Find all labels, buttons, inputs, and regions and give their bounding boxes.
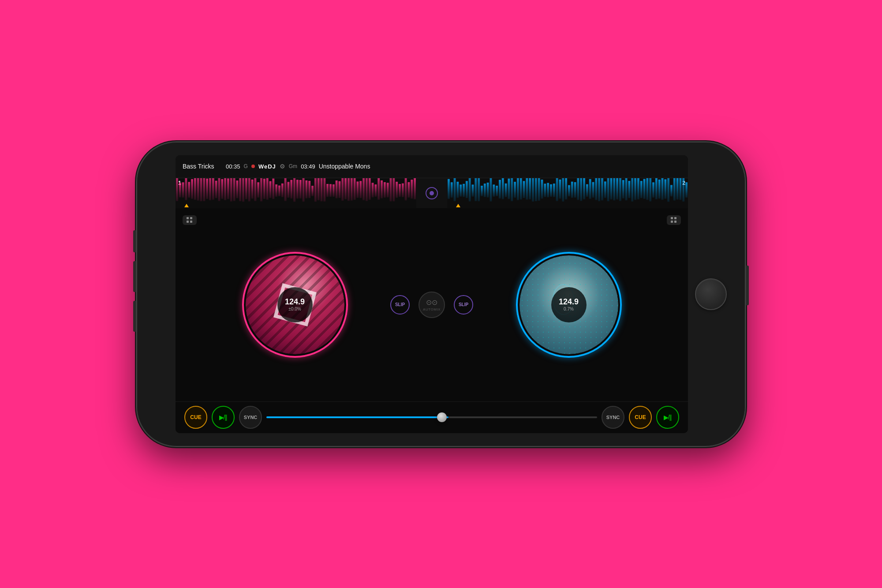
grid-btn-right[interactable] bbox=[667, 215, 681, 225]
deck1-time: 00:35 bbox=[226, 163, 240, 170]
screen: Bass Tricks 00:35 G WeDJ ⚙ Gm 03:49 Unst… bbox=[176, 155, 688, 433]
mute-button[interactable] bbox=[133, 230, 136, 252]
automix-icon: ⊙⊙ bbox=[426, 298, 437, 307]
waveform-canvas-left bbox=[176, 178, 416, 208]
recording-dot bbox=[251, 165, 255, 168]
deck-area: 124.9 ±0.0% SLIP ⊙⊙ AUTOMIX bbox=[176, 208, 688, 401]
volume-up-button[interactable] bbox=[133, 261, 136, 292]
header-bar: Bass Tricks 00:35 G WeDJ ⚙ Gm 03:49 Unst… bbox=[176, 155, 688, 178]
deck-center: ⊙⊙ AUTOMIX bbox=[414, 208, 449, 401]
deck2-time: 03:49 bbox=[301, 163, 315, 170]
play-button-right[interactable]: ▶/‖ bbox=[656, 406, 679, 429]
deck-left: 124.9 ±0.0% SLIP bbox=[176, 208, 414, 401]
crossfader-left-fill bbox=[266, 416, 448, 418]
crossfader-knob[interactable] bbox=[437, 412, 447, 422]
phone-wrapper: Bass Tricks 00:35 G WeDJ ⚙ Gm 03:49 Unst… bbox=[137, 85, 745, 504]
cue-marker-right bbox=[456, 204, 460, 207]
grid-icon-right bbox=[671, 217, 677, 223]
automix-button[interactable]: ⊙⊙ AUTOMIX bbox=[419, 292, 445, 318]
waveform-center bbox=[416, 178, 447, 208]
waveform-canvas-right bbox=[447, 178, 688, 208]
cue-button-left[interactable]: CUE bbox=[184, 406, 207, 429]
play-pause-icon-left: ▶/‖ bbox=[219, 414, 228, 421]
app-logo: WeDJ bbox=[258, 163, 276, 170]
deck1-track-name: Bass Tricks bbox=[183, 163, 222, 170]
bpm-value-left: 124.9 bbox=[285, 298, 305, 306]
turntable-right[interactable]: 124.9 0.7% bbox=[516, 252, 622, 358]
sync-button-right[interactable]: SYNC bbox=[602, 406, 624, 429]
home-button[interactable] bbox=[695, 278, 727, 310]
deck1-key: G bbox=[244, 163, 248, 169]
power-button[interactable] bbox=[746, 266, 749, 305]
waveform-area: 1 2 bbox=[176, 178, 688, 208]
slip-button-left[interactable]: SLIP bbox=[390, 295, 410, 315]
pitch-value-left: ±0.0% bbox=[288, 307, 301, 311]
sync-button-left[interactable]: SYNC bbox=[239, 406, 262, 429]
bpm-overlay-right: 124.9 0.7% bbox=[551, 287, 587, 322]
settings-icon[interactable]: ⚙ bbox=[280, 163, 285, 170]
bottom-controls: CUE ▶/‖ SYNC SYNC bbox=[176, 401, 688, 433]
pitch-value-right: 0.7% bbox=[564, 307, 574, 311]
deck2-track-name: Unstoppable Mons bbox=[319, 163, 370, 170]
deck2-key: Gm bbox=[289, 163, 297, 169]
play-position-indicator bbox=[426, 187, 438, 199]
crossfader-track bbox=[266, 416, 597, 418]
play-pause-icon-right: ▶/‖ bbox=[664, 414, 672, 421]
grid-btn-left[interactable] bbox=[183, 215, 197, 225]
play-button-left[interactable]: ▶/‖ bbox=[212, 406, 235, 429]
volume-down-button[interactable] bbox=[133, 301, 136, 332]
cue-button-right[interactable]: CUE bbox=[629, 406, 652, 429]
slip-button-right[interactable]: SLIP bbox=[454, 295, 473, 315]
play-dot bbox=[430, 191, 434, 195]
grid-icon-left bbox=[187, 217, 193, 223]
cue-marker-left bbox=[184, 204, 189, 207]
waveform-left[interactable]: 1 bbox=[176, 178, 416, 208]
bpm-overlay-left: 124.9 ±0.0% bbox=[277, 287, 313, 322]
crossfader-right-fill bbox=[448, 416, 598, 418]
automix-label: AUTOMIX bbox=[423, 307, 441, 311]
turntable-left[interactable]: 124.9 ±0.0% bbox=[242, 252, 348, 358]
phone-body: Bass Tricks 00:35 G WeDJ ⚙ Gm 03:49 Unst… bbox=[137, 142, 745, 446]
waveform-right[interactable]: 2 bbox=[447, 178, 688, 208]
deck-right: 124.9 0.7% SLIP bbox=[449, 208, 688, 401]
crossfader-container[interactable] bbox=[266, 413, 597, 422]
bpm-value-right: 124.9 bbox=[559, 298, 579, 306]
